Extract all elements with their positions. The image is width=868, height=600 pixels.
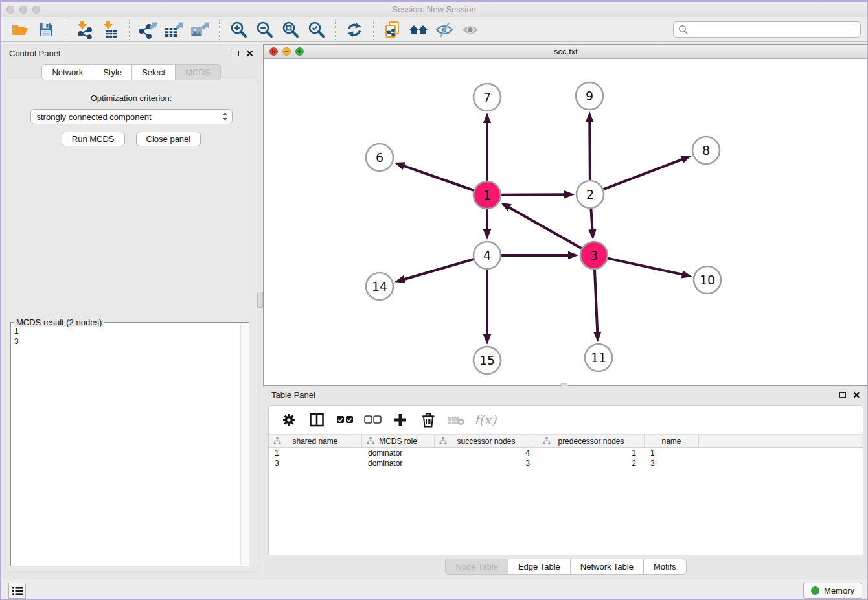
graph-node-10[interactable]: 10 <box>694 266 721 294</box>
graph-node-9[interactable]: 9 <box>576 82 603 110</box>
export-network-icon[interactable] <box>137 19 159 40</box>
table-cell[interactable]: 1 <box>645 448 699 457</box>
table-cell[interactable]: 1 <box>269 448 362 457</box>
table-row[interactable]: 3dominator323 <box>269 458 863 468</box>
table-cell[interactable]: 1 <box>538 448 645 457</box>
table-cell[interactable]: 3 <box>435 459 538 468</box>
graph-edge-2-9[interactable] <box>589 120 590 180</box>
apply-layout-icon[interactable] <box>343 19 365 40</box>
node-table-container: f(x) shared nameMCDS rolesuccessor nodes… <box>268 405 863 555</box>
tab-select[interactable]: Select <box>131 64 176 80</box>
graph-edge-2-8[interactable] <box>604 159 684 189</box>
optimization-criterion-select[interactable]: strongly connected component <box>30 109 233 124</box>
run-mcds-button[interactable]: Run MCDS <box>62 132 125 146</box>
zoom-fit-icon[interactable] <box>279 19 301 40</box>
svg-text:10: 10 <box>700 273 715 287</box>
graph-edge-4-14[interactable] <box>403 259 474 280</box>
graph-node-11[interactable]: 11 <box>585 344 612 371</box>
show-all-networks-icon[interactable] <box>407 19 429 40</box>
zoom-out-icon[interactable] <box>253 19 275 40</box>
column-header-name[interactable]: name <box>645 435 699 447</box>
table-cell[interactable]: dominator <box>362 448 435 457</box>
network-minimize-icon[interactable] <box>282 47 291 56</box>
minimize-window-icon[interactable] <box>19 6 27 14</box>
graph-edge-3-11[interactable] <box>595 270 597 334</box>
create-column-plus-icon[interactable] <box>391 409 410 431</box>
zoom-window-icon[interactable] <box>32 6 40 14</box>
import-network-icon[interactable] <box>73 19 95 40</box>
delete-column-trash-icon[interactable] <box>418 409 438 431</box>
graph-node-2[interactable]: 2 <box>577 181 604 208</box>
graph-edge-2-3[interactable] <box>591 209 592 231</box>
control-panel-tabs: NetworkStyleSelectMCDS <box>1 64 262 80</box>
tab-mcds[interactable]: MCDS <box>175 64 220 80</box>
table-cell[interactable]: 3 <box>269 459 362 468</box>
control-panel-header: Control Panel <box>1 44 262 62</box>
import-table-icon[interactable] <box>99 19 121 40</box>
column-header-successor-nodes[interactable]: successor nodes <box>435 435 538 447</box>
toolbar-separator <box>129 20 130 40</box>
zoom-in-icon[interactable] <box>227 19 249 40</box>
graph-edge-3-1[interactable] <box>508 207 582 248</box>
table-cell[interactable]: 2 <box>538 459 645 468</box>
save-session-icon[interactable] <box>35 19 57 40</box>
show-column-panel-icon[interactable] <box>307 409 326 431</box>
table-panel-header: Table Panel <box>263 386 868 404</box>
tab-style[interactable]: Style <box>93 64 132 80</box>
zoom-selected-icon[interactable] <box>305 19 327 40</box>
column-header-predecessor-nodes[interactable]: predecessor nodes <box>538 435 645 447</box>
column-header-mcds-role[interactable]: MCDS role <box>362 435 435 447</box>
graph-node-1[interactable]: 1 <box>474 181 501 209</box>
graph-edge-1-2[interactable] <box>501 194 566 195</box>
table-row[interactable]: 1dominator411 <box>269 448 863 458</box>
graph-edge-arrowhead <box>483 229 491 240</box>
open-session-icon[interactable] <box>9 19 31 40</box>
search-input[interactable] <box>692 25 856 34</box>
close-panel-button[interactable]: Close panel <box>136 132 201 146</box>
graph-node-3[interactable]: 3 <box>580 242 608 269</box>
toggle-graphics-details-icon[interactable] <box>433 19 455 40</box>
graph-node-14[interactable]: 14 <box>366 273 393 300</box>
table-settings-gear-icon[interactable] <box>279 409 299 431</box>
memory-button[interactable]: Memory <box>803 583 862 599</box>
graph-node-4[interactable]: 4 <box>474 242 501 269</box>
tab-network-table[interactable]: Network Table <box>570 559 644 575</box>
close-table-panel-icon[interactable] <box>853 391 860 398</box>
tab-motifs[interactable]: Motifs <box>643 559 687 575</box>
export-table-icon[interactable] <box>163 19 185 40</box>
result-scrollbar[interactable] <box>240 323 248 565</box>
tab-edge-table[interactable]: Edge Table <box>508 559 571 575</box>
graph-node-8[interactable]: 8 <box>692 137 720 164</box>
graph-edge-1-6[interactable] <box>402 165 474 190</box>
table-cell[interactable]: 3 <box>645 459 699 468</box>
float-panel-icon[interactable] <box>233 51 239 56</box>
export-image-icon[interactable] <box>189 19 211 40</box>
copy-network-icon[interactable] <box>382 19 404 40</box>
close-window-icon[interactable] <box>6 6 14 14</box>
network-close-icon[interactable] <box>269 47 278 56</box>
graph-edge-3-10[interactable] <box>608 259 683 275</box>
search-box[interactable] <box>673 21 861 38</box>
float-table-panel-icon[interactable] <box>839 392 846 398</box>
table-cell[interactable]: dominator <box>362 459 435 468</box>
tab-network[interactable]: Network <box>41 64 93 80</box>
close-panel-icon[interactable] <box>246 50 253 57</box>
tab-node-table[interactable]: Node Table <box>445 559 508 575</box>
vertical-splitter-grip[interactable] <box>257 292 263 308</box>
main-toolbar <box>1 17 867 42</box>
deselect-all-columns-icon[interactable] <box>363 409 382 431</box>
graph-edge-arrowhead <box>394 275 405 283</box>
table-cell[interactable]: 4 <box>435 448 538 457</box>
control-panel-title: Control Panel <box>9 49 60 58</box>
graph-edge-arrowhead <box>588 229 596 240</box>
graph-node-15[interactable]: 15 <box>474 347 501 374</box>
task-history-button[interactable] <box>8 583 26 599</box>
select-all-columns-icon[interactable] <box>335 409 354 431</box>
graph-node-7[interactable]: 7 <box>474 84 501 111</box>
hierarchy-sort-icon <box>439 437 447 446</box>
network-canvas[interactable]: 1234678910111415 <box>264 60 868 386</box>
graph-node-6[interactable]: 6 <box>366 144 393 171</box>
column-header-shared-name[interactable]: shared name <box>269 435 362 447</box>
hierarchy-sort-icon <box>273 437 281 446</box>
network-zoom-icon[interactable] <box>295 47 304 56</box>
